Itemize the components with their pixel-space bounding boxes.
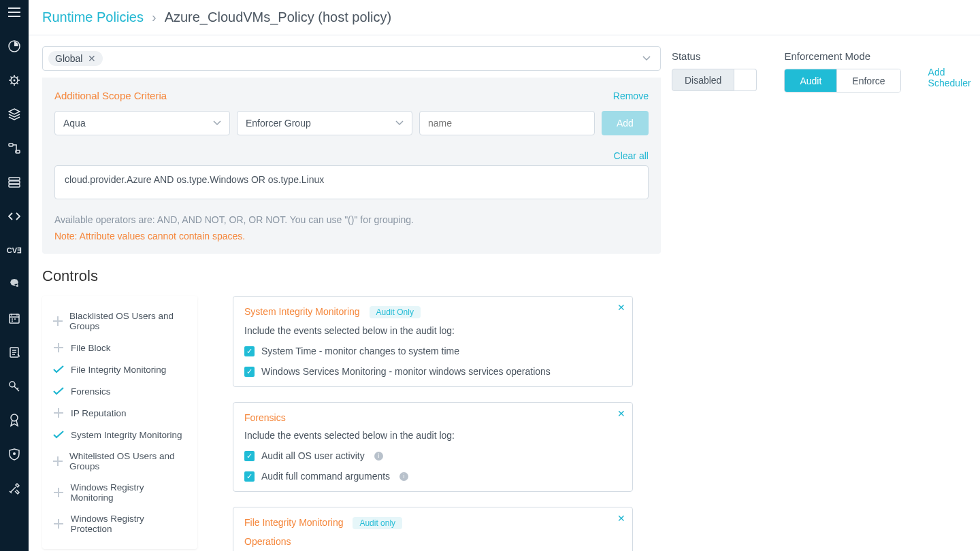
option-system-time: System Time - monitor changes to system …	[261, 346, 459, 356]
checkbox[interactable]: ✓	[244, 451, 255, 461]
svg-point-2	[14, 80, 16, 82]
breadcrumb-parent[interactable]: Runtime Policies	[42, 10, 144, 25]
option-audit-os-user: Audit all OS user activity	[261, 450, 365, 461]
control-item[interactable]: System Integrity Monitoring	[53, 424, 186, 446]
svg-point-12	[13, 452, 16, 455]
control-item[interactable]: File Integrity Monitoring	[53, 358, 186, 380]
criteria-attr-value: Enforcer Group	[246, 118, 311, 129]
dashboard-icon[interactable]	[7, 39, 21, 53]
toggle-knob[interactable]	[734, 69, 757, 91]
cve-icon[interactable]: CVƎ	[7, 244, 22, 257]
check-icon	[53, 429, 64, 440]
svg-point-11	[11, 414, 18, 421]
status-toggle[interactable]: Disabled	[672, 69, 757, 91]
close-icon[interactable]: ✕	[617, 513, 625, 524]
plus-icon	[53, 518, 64, 529]
menu-icon[interactable]	[7, 5, 21, 19]
criteria-name-input[interactable]	[419, 111, 595, 135]
control-item[interactable]: Windows Registry Monitoring	[53, 477, 186, 508]
remove-link[interactable]: Remove	[613, 90, 649, 101]
operations-title: Operations	[244, 536, 621, 547]
enforce-button[interactable]: Enforce	[836, 69, 900, 92]
servers-icon[interactable]	[7, 176, 21, 189]
card-subtitle: Include the events selected below in the…	[244, 430, 621, 441]
control-item[interactable]: Whitelisted OS Users and Groups	[53, 446, 186, 477]
helm-icon[interactable]	[7, 73, 21, 87]
control-item-label: Windows Registry Protection	[71, 514, 186, 534]
control-item-label: File Block	[71, 343, 111, 353]
code-icon[interactable]	[7, 210, 21, 223]
plus-icon	[53, 407, 64, 418]
plus-icon	[53, 456, 63, 467]
hex-icon[interactable]	[7, 278, 21, 291]
control-item-label: Blacklisted OS Users and Groups	[69, 311, 186, 331]
svg-rect-5	[9, 178, 20, 180]
card-title: System Integrity Monitoring	[244, 306, 360, 317]
checkbox[interactable]: ✓	[244, 367, 255, 377]
tools-icon[interactable]	[7, 482, 21, 495]
chevron-down-icon[interactable]	[642, 56, 655, 61]
card-forensics: ✕ Forensics Include the events selected …	[233, 402, 633, 492]
card-title: File Integrity Monitoring	[244, 517, 344, 528]
calendar-icon[interactable]	[7, 312, 21, 325]
plus-icon	[53, 316, 63, 327]
checkbox[interactable]: ✓	[244, 471, 255, 482]
status-label: Status	[672, 50, 757, 62]
close-icon[interactable]: ✕	[617, 302, 625, 313]
left-nav: CVƎ	[0, 0, 29, 551]
control-item-label: System Integrity Monitoring	[71, 430, 182, 440]
chevron-down-icon	[213, 120, 221, 126]
controls-list: Blacklisted OS Users and GroupsFile Bloc…	[42, 296, 197, 549]
card-title: Forensics	[244, 412, 286, 423]
info-icon[interactable]: i	[399, 472, 408, 481]
enforcement-mode-segment: Audit Enforce	[784, 69, 900, 93]
controls-heading: Controls	[42, 267, 966, 285]
card-system-integrity-monitoring: ✕ System Integrity Monitoring Audit Only…	[233, 296, 633, 387]
checkbox[interactable]: ✓	[244, 346, 255, 356]
close-icon[interactable]: ✕	[617, 408, 625, 419]
breadcrumb: Runtime Policies › Azure_CloudVMs_Policy…	[29, 0, 980, 35]
add-scheduler-link[interactable]: Add Scheduler	[928, 67, 971, 88]
shield-icon[interactable]	[7, 448, 21, 461]
audit-only-badge: Audit only	[353, 517, 402, 529]
check-icon	[53, 364, 64, 375]
scope-tag: Global ✕	[48, 51, 103, 66]
criteria-title: Additional Scope Criteria	[54, 90, 167, 101]
svg-point-10	[10, 382, 15, 387]
add-button[interactable]: Add	[602, 111, 649, 135]
control-item[interactable]: IP Reputation	[53, 402, 186, 424]
plus-icon	[53, 342, 64, 353]
badge-icon[interactable]	[7, 414, 21, 427]
clear-all-link[interactable]: Clear all	[614, 150, 649, 161]
scope-select[interactable]: Global ✕	[42, 46, 661, 71]
card-file-integrity-monitoring: ✕ File Integrity Monitoring Audit only O…	[233, 507, 633, 551]
control-item-label: Whitelisted OS Users and Groups	[69, 451, 186, 471]
control-item-label: File Integrity Monitoring	[71, 365, 166, 375]
layers-icon[interactable]	[7, 107, 21, 121]
criteria-attr-select[interactable]: Enforcer Group	[237, 111, 412, 135]
audit-only-badge: Audit Only	[370, 306, 421, 318]
criteria-type-value: Aqua	[63, 118, 86, 129]
criteria-expression[interactable]: cloud.provider.Azure AND os.type.Windows…	[54, 165, 649, 199]
page-title: Azure_CloudVMs_Policy (host policy)	[165, 10, 391, 25]
status-value: Disabled	[672, 69, 734, 91]
note-hint: Note: Attribute values cannot contain sp…	[54, 231, 649, 241]
svg-rect-3	[9, 144, 13, 146]
control-item[interactable]: File Block	[53, 337, 186, 358]
plus-icon	[53, 487, 64, 498]
key-icon[interactable]	[7, 380, 21, 393]
control-item[interactable]: Blacklisted OS Users and Groups	[53, 305, 186, 337]
report-icon[interactable]	[7, 346, 21, 359]
option-audit-full-cmd: Audit full command arguments	[261, 471, 390, 482]
criteria-type-select[interactable]: Aqua	[54, 111, 230, 135]
info-icon[interactable]: i	[374, 452, 383, 461]
card-subtitle: Include the events selected below in the…	[244, 325, 621, 336]
control-item-label: Windows Registry Monitoring	[71, 482, 186, 503]
close-icon[interactable]: ✕	[88, 53, 96, 64]
audit-button[interactable]: Audit	[785, 69, 836, 92]
workflow-icon[interactable]	[7, 141, 21, 155]
control-item[interactable]: Forensics	[53, 380, 186, 402]
check-icon	[53, 386, 64, 397]
control-item[interactable]: Windows Registry Protection	[53, 508, 186, 539]
chevron-down-icon	[395, 120, 404, 126]
